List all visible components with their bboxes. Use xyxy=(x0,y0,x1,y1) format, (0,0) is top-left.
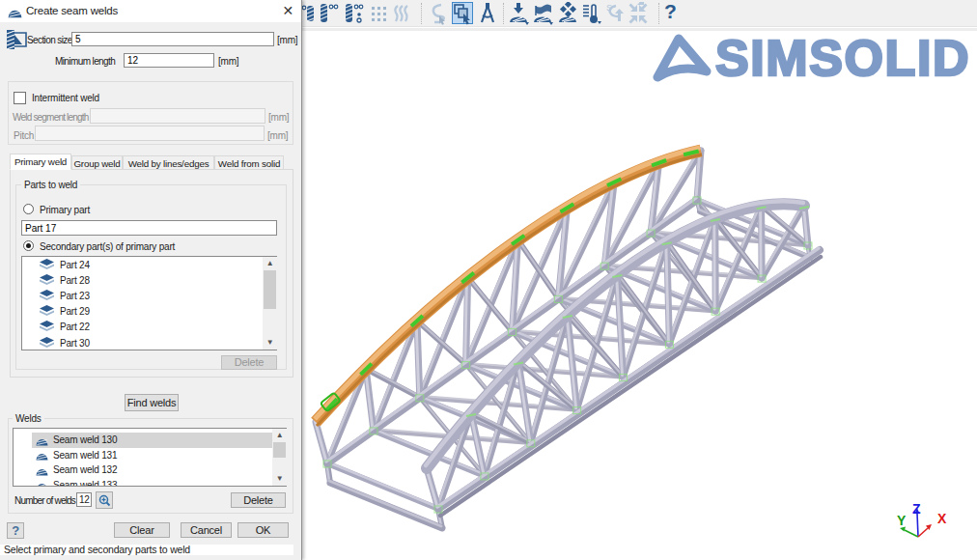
svg-text:X: X xyxy=(937,511,947,526)
svg-text:Y: Y xyxy=(897,513,907,528)
svg-text:Z: Z xyxy=(912,501,921,517)
